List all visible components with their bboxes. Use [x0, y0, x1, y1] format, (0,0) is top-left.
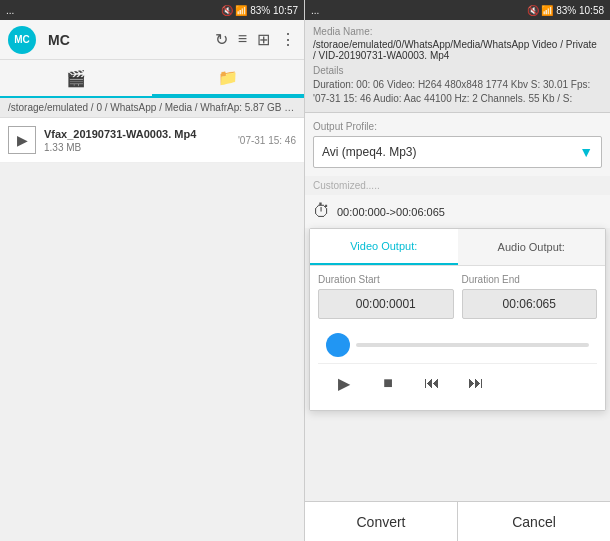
left-status-left: ...: [6, 5, 14, 16]
duration-start-input[interactable]: 00:00:0001: [318, 289, 454, 319]
time-range-bar: ⏱ 00:00:000->00:06:065: [305, 195, 610, 228]
right-status-icons: 🔇 📶 83% 10:58: [527, 5, 604, 16]
refresh-icon[interactable]: ↻: [215, 30, 228, 49]
media-path: /storaoe/emulated/0/WhatsApp/Media/Whats…: [313, 39, 602, 61]
bottom-buttons: Convert Cancel: [305, 501, 610, 541]
duration-end-value: 00:06:065: [503, 297, 556, 311]
folder-icon: 📁: [218, 68, 238, 87]
media-info-section: Media Name: /storaoe/emulated/0/WhatsApp…: [305, 20, 610, 113]
stop-icon: ■: [383, 374, 393, 392]
convert-dialog: Video Output: Audio Output: Duration Sta…: [309, 228, 606, 411]
duration-end-label: Duration End: [462, 274, 598, 285]
time-range-text: 00:00:000->00:06:065: [337, 206, 445, 218]
list-icon[interactable]: ≡: [238, 30, 247, 49]
tab-files[interactable]: 🎬: [0, 60, 152, 96]
duration-end-col: Duration End 00:06:065: [462, 274, 598, 319]
grid-icon[interactable]: ⊞: [257, 30, 270, 49]
toolbar-icons: ↻ ≡ ⊞ ⋮: [215, 30, 296, 49]
playback-bar[interactable]: [356, 343, 589, 347]
stop-button[interactable]: ■: [370, 368, 406, 398]
output-profile-label: Output Profile:: [313, 121, 602, 132]
cancel-button[interactable]: Cancel: [458, 502, 610, 541]
fastforward-button[interactable]: ⏭: [458, 368, 494, 398]
rewind-button[interactable]: ⏮: [414, 368, 450, 398]
duration-row: Duration Start 00:00:0001 Duration End 0…: [318, 274, 597, 319]
file-list-item[interactable]: ▶ Vfax_20190731-WA0003. Mp4 1.33 MB '07-…: [0, 118, 304, 163]
duration-start-value: 00:00:0001: [356, 297, 416, 311]
output-profile-dropdown[interactable]: Avi (mpeq4. Mp3) ▼: [313, 136, 602, 168]
duration-start-label: Duration Start: [318, 274, 454, 285]
convert-label: Convert: [356, 514, 405, 530]
film-icon: 🎬: [66, 69, 86, 88]
output-profile-section: Output Profile: Avi (mpeq4. Mp3) ▼: [305, 113, 610, 176]
left-toolbar: MC MC ↻ ≡ ⊞ ⋮: [0, 20, 304, 60]
file-type-icon: ▶: [8, 126, 36, 154]
output-tabs: Video Output: Audio Output:: [310, 229, 605, 266]
right-status-left: ...: [311, 5, 319, 16]
convert-button[interactable]: Convert: [305, 502, 458, 541]
app-logo: MC: [8, 26, 36, 54]
media-name-label: Media Name:: [313, 26, 602, 37]
play-button[interactable]: ▶: [326, 368, 362, 398]
playback-controls: [318, 327, 597, 363]
audio-output-tab-label: Audio Output:: [498, 241, 565, 253]
duration-end-input[interactable]: 00:06:065: [462, 289, 598, 319]
fastforward-icon: ⏭: [468, 374, 484, 392]
details-text: Duration: 00: 06 Video: H264 480x848 177…: [313, 78, 602, 106]
file-size: 1.33 MB: [44, 142, 232, 153]
rewind-icon: ⏮: [424, 374, 440, 392]
video-output-tab[interactable]: Video Output:: [310, 229, 458, 265]
customized-label: Customized.....: [305, 176, 610, 195]
tab-bar: 🎬 📁: [0, 60, 304, 98]
playback-dot[interactable]: [326, 333, 350, 357]
play-icon: ▶: [338, 374, 350, 393]
chevron-down-icon: ▼: [579, 144, 593, 160]
output-profile-value: Avi (mpeq4. Mp3): [322, 145, 416, 159]
video-output-tab-label: Video Output:: [350, 240, 417, 252]
file-date: '07-31 15: 46: [238, 135, 296, 146]
time-range-icon: ⏱: [313, 201, 331, 222]
duration-start-col: Duration Start 00:00:0001: [318, 274, 454, 319]
app-title: MC: [48, 32, 203, 48]
duration-section: Duration Start 00:00:0001 Duration End 0…: [310, 266, 605, 410]
audio-output-tab[interactable]: Audio Output:: [458, 229, 606, 265]
file-name: Vfax_20190731-WA0003. Mp4: [44, 128, 232, 140]
left-bottom-area: [0, 163, 304, 541]
details-label: Details: [313, 65, 602, 76]
left-panel: ... 🔇 📶 83% 10:57 MC MC ↻ ≡ ⊞ ⋮ 🎬 📁 /sto…: [0, 0, 305, 541]
tab-folder[interactable]: 📁: [152, 60, 304, 96]
right-status-bar: ... 🔇 📶 83% 10:58: [305, 0, 610, 20]
left-status-bar: ... 🔇 📶 83% 10:57: [0, 0, 304, 20]
left-status-icons: 🔇 📶 83% 10:57: [221, 5, 298, 16]
more-icon[interactable]: ⋮: [280, 30, 296, 49]
transport-controls: ▶ ■ ⏮ ⏭: [318, 363, 597, 402]
cancel-label: Cancel: [512, 514, 556, 530]
video-icon: ▶: [17, 132, 28, 148]
file-info: Vfax_20190731-WA0003. Mp4 1.33 MB: [44, 128, 232, 153]
breadcrumb: /storage/emulated / 0 / WhatsApp / Media…: [0, 98, 304, 118]
right-panel: ... 🔇 📶 83% 10:58 Media Name: /storaoe/e…: [305, 0, 610, 541]
